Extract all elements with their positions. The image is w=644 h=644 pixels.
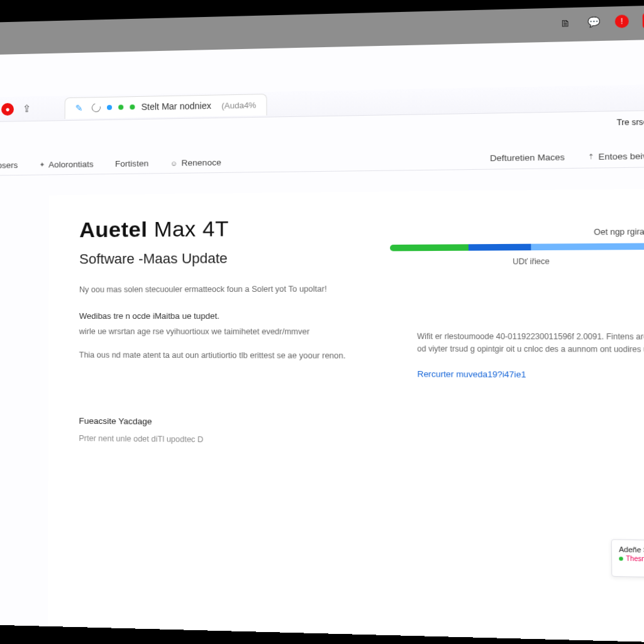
product-desc2-title: Wedibas tre n ocde iMaitba ue tupdet. (79, 309, 350, 322)
product-brand: Auetel (79, 217, 147, 242)
left-column: Auetel Max 4T Software -Maas Update Ny o… (79, 215, 350, 447)
share-icon[interactable]: ⇪ (23, 103, 31, 114)
nav-label: Entoes beivk oor ceesee (598, 150, 644, 162)
product-desc1: Ny oou mas solen stecuouler ermatteock f… (79, 283, 350, 296)
tab-suffix: (Auda4% (221, 100, 256, 110)
doc-icon[interactable]: 🗎 (557, 15, 572, 30)
progress-seg-pending (531, 243, 644, 250)
status-dot-icon (130, 104, 135, 109)
status-dot-icon (118, 104, 123, 109)
content-card: Auetel Max 4T Software -Maas Update Ny o… (48, 188, 644, 643)
nav-entoes[interactable]: ⇡Entoes beivk oor ceesee (588, 150, 644, 162)
status-dot-icon (619, 557, 623, 562)
upload-icon: ⇡ (588, 153, 594, 162)
product-desc2-body: wirle ue wrsrtan age rse vyihuortioux we… (79, 326, 350, 338)
right-link[interactable]: Rercurter muveda19?i47ie1 (391, 369, 644, 380)
progress-seg-complete (390, 244, 469, 251)
edit-icon: ✎ (75, 103, 83, 113)
nav-deapsers[interactable]: Deapsers (0, 160, 18, 170)
nav-aolorontiats[interactable]: ✦Aolorontiats (39, 159, 94, 169)
nav-label: Aolorontiats (48, 159, 94, 169)
browser-tab[interactable]: ✎ Stelt Mar nodniex (Auda4% (65, 94, 267, 119)
reload-icon (90, 102, 102, 114)
progress-seg-active (469, 244, 531, 251)
nav-renenoce[interactable]: ☺Renenoce (170, 158, 221, 168)
nav-defturetien[interactable]: Defturetien Maces (490, 152, 565, 163)
progress-bar (390, 243, 644, 251)
package-sub: Prter nent unle odet diTl upodtec D (79, 433, 350, 448)
user-icon: ☺ (170, 159, 177, 167)
status-dot-icon (107, 105, 112, 110)
progress-sublabel: UDť iřiece (390, 256, 644, 267)
float-title: Adeñe Sunotle (619, 545, 644, 555)
float-sub: Thesnteces (619, 555, 644, 564)
nav-label: Renenoce (182, 158, 221, 168)
progress-section: Oet ngp rgiratte 113 UDť iřiece (390, 227, 644, 267)
alert-icon[interactable]: ! (615, 14, 629, 28)
tab-title: Stelt Mar nodniex (142, 101, 211, 112)
right-desc: Wifit er rlestoumoode 40-01192230011596f… (391, 331, 644, 356)
nav-fortisten[interactable]: Fortisten (115, 158, 148, 169)
sparkle-icon: ✦ (39, 161, 45, 169)
top-link[interactable]: Tre srset n svetes (616, 117, 644, 127)
package-title: Fueacsite Yacdage (79, 414, 350, 430)
record-icon[interactable]: ● (1, 103, 14, 115)
chat-icon[interactable]: 💬 (586, 14, 601, 29)
float-widget[interactable]: Adeñe Sunotle Thesnteces (611, 539, 644, 578)
product-model: Max 4T (154, 216, 229, 241)
right-column: Oet ngp rgiratte 113 UDť iřiece Wifit er… (390, 213, 644, 451)
product-subtitle: Software -Maas Update (79, 250, 350, 268)
product-desc3: Thia ous nd mate atent ta aut oun artiut… (79, 349, 350, 362)
product-title: Auetel Max 4T (79, 215, 350, 242)
system-tray: 🗎 💬 ! ▦ ⋯ (557, 12, 644, 31)
float-sub-text: Thesnteces (626, 555, 644, 563)
main-nav: Deapsers ✦Aolorontiats Fortisten ☺Reneno… (0, 138, 644, 176)
browser-tabbar: ↩ ● ⇪ ✎ Stelt Mar nodniex (Auda4% (0, 84, 644, 123)
progress-label: Oet ngp rgiratte 113 (390, 227, 644, 238)
